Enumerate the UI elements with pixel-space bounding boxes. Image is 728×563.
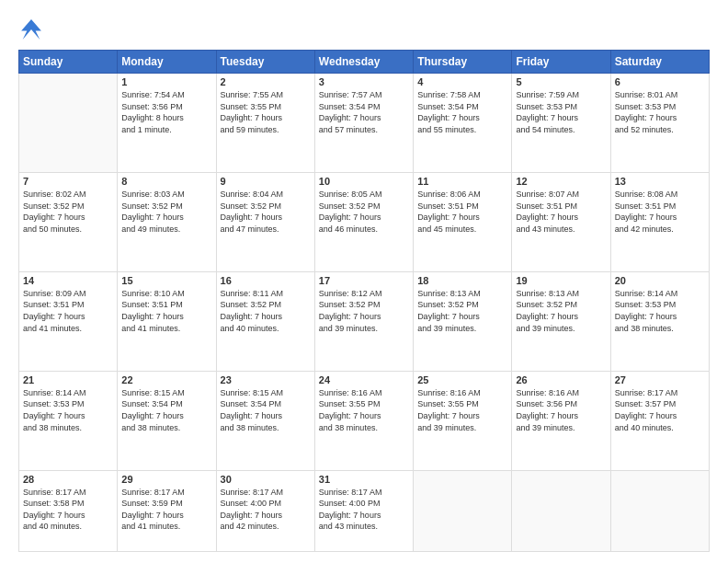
page: SundayMondayTuesdayWednesdayThursdayFrid… xyxy=(0,0,728,563)
calendar-cell: 22Sunrise: 8:15 AMSunset: 3:54 PMDayligh… xyxy=(118,371,216,470)
calendar-cell: 28Sunrise: 8:17 AMSunset: 3:58 PMDayligh… xyxy=(19,470,118,551)
day-info: Sunrise: 7:55 AMSunset: 3:55 PMDaylight:… xyxy=(221,89,311,135)
calendar-cell: 20Sunrise: 8:14 AMSunset: 3:53 PMDayligh… xyxy=(610,271,709,371)
calendar-cell: 19Sunrise: 8:13 AMSunset: 3:52 PMDayligh… xyxy=(512,271,610,371)
svg-marker-0 xyxy=(21,19,41,40)
day-header-thursday: Thursday xyxy=(414,51,512,74)
day-number: 24 xyxy=(319,374,409,385)
day-header-saturday: Saturday xyxy=(610,51,709,74)
calendar-cell: 11Sunrise: 8:06 AMSunset: 3:51 PMDayligh… xyxy=(414,172,512,271)
calendar-cell: 21Sunrise: 8:14 AMSunset: 3:53 PMDayligh… xyxy=(19,371,118,470)
calendar-cell: 10Sunrise: 8:05 AMSunset: 3:52 PMDayligh… xyxy=(314,172,413,271)
day-info: Sunrise: 8:10 AMSunset: 3:51 PMDaylight:… xyxy=(121,288,211,334)
calendar-cell xyxy=(19,74,118,173)
calendar-week-row: 1Sunrise: 7:54 AMSunset: 3:56 PMDaylight… xyxy=(19,74,710,173)
day-info: Sunrise: 8:14 AMSunset: 3:53 PMDaylight:… xyxy=(615,288,705,334)
day-number: 7 xyxy=(23,176,113,187)
calendar-cell: 29Sunrise: 8:17 AMSunset: 3:59 PMDayligh… xyxy=(118,470,216,551)
day-number: 19 xyxy=(516,275,606,286)
calendar-cell: 17Sunrise: 8:12 AMSunset: 3:52 PMDayligh… xyxy=(314,271,413,371)
calendar-cell: 12Sunrise: 8:07 AMSunset: 3:51 PMDayligh… xyxy=(512,172,610,271)
day-info: Sunrise: 7:58 AMSunset: 3:54 PMDaylight:… xyxy=(417,89,507,135)
day-number: 3 xyxy=(319,76,409,87)
day-info: Sunrise: 8:06 AMSunset: 3:51 PMDaylight:… xyxy=(417,189,507,235)
calendar-week-row: 21Sunrise: 8:14 AMSunset: 3:53 PMDayligh… xyxy=(19,371,710,470)
day-header-tuesday: Tuesday xyxy=(216,51,314,74)
day-info: Sunrise: 8:07 AMSunset: 3:51 PMDaylight:… xyxy=(516,189,606,235)
day-info: Sunrise: 8:11 AMSunset: 3:52 PMDaylight:… xyxy=(221,288,311,334)
calendar-cell: 26Sunrise: 8:16 AMSunset: 3:56 PMDayligh… xyxy=(512,371,610,470)
day-info: Sunrise: 8:03 AMSunset: 3:52 PMDaylight:… xyxy=(121,189,211,235)
day-number: 23 xyxy=(221,374,311,385)
day-info: Sunrise: 8:13 AMSunset: 3:52 PMDaylight:… xyxy=(516,288,606,334)
day-info: Sunrise: 7:54 AMSunset: 3:56 PMDaylight:… xyxy=(121,89,211,135)
day-number: 16 xyxy=(221,275,311,286)
day-info: Sunrise: 8:17 AMSunset: 3:57 PMDaylight:… xyxy=(615,387,705,433)
logo-icon xyxy=(18,17,44,42)
day-number: 30 xyxy=(221,474,311,485)
calendar-cell: 14Sunrise: 8:09 AMSunset: 3:51 PMDayligh… xyxy=(19,271,118,371)
calendar-cell: 2Sunrise: 7:55 AMSunset: 3:55 PMDaylight… xyxy=(216,74,314,173)
day-number: 29 xyxy=(121,474,211,485)
day-info: Sunrise: 8:08 AMSunset: 3:51 PMDaylight:… xyxy=(615,189,705,235)
day-number: 5 xyxy=(516,76,606,87)
day-number: 13 xyxy=(615,176,705,187)
calendar-week-row: 28Sunrise: 8:17 AMSunset: 3:58 PMDayligh… xyxy=(19,470,710,551)
calendar-cell: 13Sunrise: 8:08 AMSunset: 3:51 PMDayligh… xyxy=(610,172,709,271)
day-number: 9 xyxy=(221,176,311,187)
day-info: Sunrise: 8:17 AMSunset: 3:58 PMDaylight:… xyxy=(23,487,113,533)
calendar-cell: 18Sunrise: 8:13 AMSunset: 3:52 PMDayligh… xyxy=(414,271,512,371)
day-info: Sunrise: 8:05 AMSunset: 3:52 PMDaylight:… xyxy=(319,189,409,235)
calendar-cell: 31Sunrise: 8:17 AMSunset: 4:00 PMDayligh… xyxy=(314,470,413,551)
day-info: Sunrise: 8:17 AMSunset: 4:00 PMDaylight:… xyxy=(221,487,311,533)
day-number: 10 xyxy=(319,176,409,187)
day-number: 21 xyxy=(23,374,113,385)
calendar-header-row: SundayMondayTuesdayWednesdayThursdayFrid… xyxy=(19,51,710,74)
day-info: Sunrise: 8:16 AMSunset: 3:56 PMDaylight:… xyxy=(516,387,606,433)
calendar-cell: 24Sunrise: 8:16 AMSunset: 3:55 PMDayligh… xyxy=(314,371,413,470)
calendar-cell xyxy=(610,470,709,551)
day-info: Sunrise: 8:16 AMSunset: 3:55 PMDaylight:… xyxy=(319,387,409,433)
calendar-cell: 4Sunrise: 7:58 AMSunset: 3:54 PMDaylight… xyxy=(414,74,512,173)
day-info: Sunrise: 8:02 AMSunset: 3:52 PMDaylight:… xyxy=(23,189,113,235)
day-info: Sunrise: 8:13 AMSunset: 3:52 PMDaylight:… xyxy=(417,288,507,334)
day-number: 28 xyxy=(23,474,113,485)
calendar-cell: 1Sunrise: 7:54 AMSunset: 3:56 PMDaylight… xyxy=(118,74,216,173)
day-number: 11 xyxy=(417,176,507,187)
day-info: Sunrise: 7:57 AMSunset: 3:54 PMDaylight:… xyxy=(319,89,409,135)
day-info: Sunrise: 8:09 AMSunset: 3:51 PMDaylight:… xyxy=(23,288,113,334)
logo xyxy=(18,17,48,42)
header xyxy=(18,17,710,42)
day-number: 2 xyxy=(221,76,311,87)
day-info: Sunrise: 8:15 AMSunset: 3:54 PMDaylight:… xyxy=(121,387,211,433)
calendar-cell: 27Sunrise: 8:17 AMSunset: 3:57 PMDayligh… xyxy=(610,371,709,470)
calendar-cell: 8Sunrise: 8:03 AMSunset: 3:52 PMDaylight… xyxy=(118,172,216,271)
calendar-table: SundayMondayTuesdayWednesdayThursdayFrid… xyxy=(18,50,710,552)
calendar-cell: 16Sunrise: 8:11 AMSunset: 3:52 PMDayligh… xyxy=(216,271,314,371)
day-number: 26 xyxy=(516,374,606,385)
day-number: 22 xyxy=(121,374,211,385)
calendar-cell: 3Sunrise: 7:57 AMSunset: 3:54 PMDaylight… xyxy=(314,74,413,173)
day-number: 6 xyxy=(615,76,705,87)
calendar-cell: 15Sunrise: 8:10 AMSunset: 3:51 PMDayligh… xyxy=(118,271,216,371)
calendar-cell: 25Sunrise: 8:16 AMSunset: 3:55 PMDayligh… xyxy=(414,371,512,470)
calendar-cell: 30Sunrise: 8:17 AMSunset: 4:00 PMDayligh… xyxy=(216,470,314,551)
day-number: 8 xyxy=(121,176,211,187)
day-info: Sunrise: 8:15 AMSunset: 3:54 PMDaylight:… xyxy=(221,387,311,433)
calendar-week-row: 14Sunrise: 8:09 AMSunset: 3:51 PMDayligh… xyxy=(19,271,710,371)
calendar-cell xyxy=(512,470,610,551)
day-header-sunday: Sunday xyxy=(19,51,118,74)
day-number: 17 xyxy=(319,275,409,286)
calendar-cell: 6Sunrise: 8:01 AMSunset: 3:53 PMDaylight… xyxy=(610,74,709,173)
day-number: 18 xyxy=(417,275,507,286)
day-info: Sunrise: 8:12 AMSunset: 3:52 PMDaylight:… xyxy=(319,288,409,334)
day-info: Sunrise: 7:59 AMSunset: 3:53 PMDaylight:… xyxy=(516,89,606,135)
calendar-cell: 23Sunrise: 8:15 AMSunset: 3:54 PMDayligh… xyxy=(216,371,314,470)
day-number: 15 xyxy=(121,275,211,286)
day-info: Sunrise: 8:16 AMSunset: 3:55 PMDaylight:… xyxy=(417,387,507,433)
calendar-cell: 9Sunrise: 8:04 AMSunset: 3:52 PMDaylight… xyxy=(216,172,314,271)
day-number: 20 xyxy=(615,275,705,286)
day-header-wednesday: Wednesday xyxy=(314,51,413,74)
day-number: 27 xyxy=(615,374,705,385)
day-number: 25 xyxy=(417,374,507,385)
